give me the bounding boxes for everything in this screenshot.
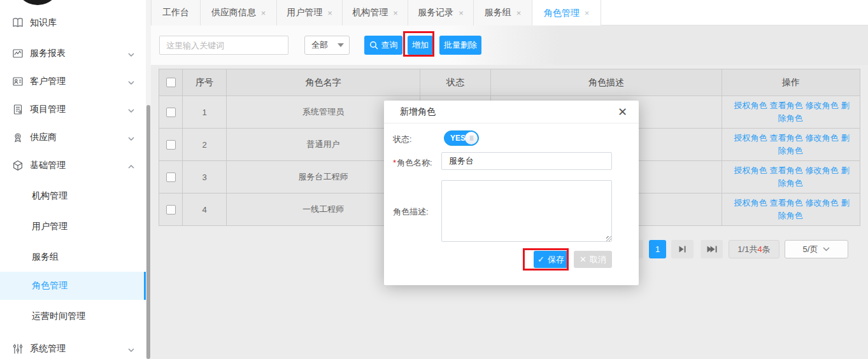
tab-org-mgmt[interactable]: 机构管理 ×	[343, 0, 408, 25]
save-button-label: 保存	[548, 254, 564, 265]
select-all-checkbox[interactable]	[166, 78, 176, 87]
edit-role-link[interactable]: 修改角色	[806, 101, 839, 110]
view-role-link[interactable]: 查看角色	[770, 198, 803, 208]
cancel-x-icon: ✕	[580, 255, 587, 264]
required-mark: *	[393, 158, 396, 167]
query-button[interactable]: 查询	[364, 36, 402, 55]
edit-role-link[interactable]: 修改角色	[806, 198, 839, 208]
sidebar-item-user-mgmt[interactable]: 用户管理	[0, 213, 146, 241]
status-toggle[interactable]: YES	[444, 130, 479, 146]
sidebar-scrollbar[interactable]	[146, 0, 151, 359]
sidebar-item-label: 供应商	[30, 132, 128, 143]
close-icon[interactable]: ×	[327, 8, 332, 18]
scrollbar-thumb[interactable]	[146, 105, 150, 359]
cell-no: 2	[183, 129, 227, 161]
tab-label: 机构管理	[352, 7, 388, 18]
sidebar-item-customer-mgmt[interactable]: 客户管理	[0, 67, 146, 95]
sidebar-item-org-mgmt[interactable]: 机构管理	[0, 182, 146, 210]
chart-icon	[12, 48, 24, 59]
close-icon[interactable]: ×	[516, 8, 522, 18]
sidebar-item-service-group[interactable]: 服务组	[0, 243, 146, 271]
tab-service-records[interactable]: 服务记录 ×	[408, 0, 474, 25]
add-button[interactable]: 增加	[408, 36, 433, 55]
page-counter: 1/1共4条	[729, 240, 779, 258]
sidebar-item-operation-time-mgmt[interactable]: 运营时间管理	[0, 302, 146, 330]
cube-icon	[12, 160, 24, 171]
tab-bar: 工作台 供应商信息 × 用户管理 × 机构管理 × 服务记录 × 服务组 ×	[151, 0, 868, 25]
tab-label: 角色管理	[544, 8, 580, 19]
dialog-close-icon[interactable]: ✕	[618, 106, 627, 118]
sidebar: 知识库 服务报表 客户管理 项目管理	[0, 0, 146, 359]
logo	[15, 0, 60, 5]
toggle-on-label: YES	[450, 134, 466, 143]
cancel-button[interactable]: ✕ 取消	[574, 251, 612, 268]
dialog-title: 新增角色	[400, 106, 436, 118]
cancel-button-label: 取消	[590, 254, 606, 265]
view-role-link[interactable]: 查看角色	[770, 133, 803, 143]
role-name-input[interactable]	[441, 152, 612, 170]
sidebar-item-label: 项目管理	[30, 104, 128, 115]
tab-service-group[interactable]: 服务组 ×	[474, 0, 532, 25]
tab-label: 服务记录	[418, 7, 453, 18]
sidebar-item-system-mgmt[interactable]: 系统管理	[0, 335, 146, 359]
tab-workbench[interactable]: 工作台	[151, 0, 201, 25]
sidebar-item-supplier[interactable]: 供应商	[0, 123, 146, 151]
filter-select[interactable]: 全部	[304, 36, 350, 55]
cell-actions: 授权角色查看角色修改角色删除角色	[722, 194, 860, 226]
row-checkbox[interactable]	[166, 140, 176, 150]
sidebar-item-role-mgmt[interactable]: 角色管理	[0, 272, 146, 300]
authorize-role-link[interactable]: 授权角色	[734, 101, 767, 110]
chevron-up-icon	[128, 160, 134, 171]
tab-supplier-info[interactable]: 供应商信息 ×	[201, 0, 277, 25]
close-icon[interactable]: ×	[393, 8, 398, 18]
row-checkbox[interactable]	[166, 108, 176, 117]
sidebar-item-project-mgmt[interactable]: 项目管理	[0, 95, 146, 123]
view-role-link[interactable]: 查看角色	[770, 101, 803, 110]
chevron-down-icon	[128, 76, 134, 87]
counter-suffix: 条	[762, 244, 771, 255]
row-checkbox[interactable]	[166, 172, 176, 182]
tab-user-mgmt[interactable]: 用户管理 ×	[277, 0, 343, 25]
chevron-down-icon	[128, 104, 134, 115]
authorize-role-link[interactable]: 授权角色	[734, 133, 767, 143]
role-desc-textarea[interactable]	[441, 180, 612, 242]
chevron-down-icon	[128, 344, 134, 354]
counter-prefix: 1/1共	[737, 244, 757, 255]
next-page-button[interactable]	[671, 240, 694, 258]
save-button[interactable]: ✓ 保存	[534, 251, 568, 268]
id-card-icon	[12, 76, 24, 87]
cell-no: 4	[183, 194, 227, 226]
tab-role-mgmt[interactable]: 角色管理 ×	[532, 0, 601, 26]
authorize-role-link[interactable]: 授权角色	[734, 165, 767, 175]
col-header-role-name: 角色名字	[227, 69, 420, 96]
sidebar-item-basic-mgmt[interactable]: 基础管理	[0, 151, 146, 179]
close-icon[interactable]: ×	[585, 8, 590, 18]
status-label: 状态:	[393, 134, 412, 145]
sliders-icon	[12, 343, 24, 355]
role-desc-label: 角色描述:	[393, 206, 429, 218]
row-checkbox[interactable]	[166, 205, 176, 215]
tab-label: 工作台	[162, 7, 189, 18]
last-page-button[interactable]	[701, 240, 723, 258]
sidebar-item-service-reports[interactable]: 服务报表	[0, 39, 146, 67]
tab-label: 服务组	[485, 7, 511, 18]
search-input[interactable]	[159, 36, 288, 55]
sidebar-item-label: 角色管理	[32, 280, 132, 292]
batch-delete-button[interactable]: 批量删除	[439, 36, 481, 55]
chevron-down-icon	[128, 132, 134, 143]
sidebar-item-knowledge-base[interactable]: 知识库	[0, 9, 146, 37]
table-header-row: 序号 角色名字 状态 角色描述 操作	[159, 69, 860, 96]
add-role-dialog: 新增角色 ✕ 状态: YES *角色名称: 角色描述: ✓ 保存 ✕ 取消	[384, 101, 639, 285]
close-icon[interactable]: ×	[459, 8, 464, 18]
query-button-label: 查询	[381, 39, 398, 51]
next-page-icon	[679, 246, 686, 253]
authorize-role-link[interactable]: 授权角色	[734, 198, 767, 208]
view-role-link[interactable]: 查看角色	[770, 165, 803, 175]
page-number-button[interactable]: 1	[649, 240, 666, 258]
edit-role-link[interactable]: 修改角色	[806, 133, 839, 143]
edit-role-link[interactable]: 修改角色	[806, 165, 839, 175]
sidebar-item-label: 服务报表	[30, 48, 128, 59]
close-icon[interactable]: ×	[261, 8, 266, 18]
page-size-select[interactable]: 5/页	[785, 240, 848, 258]
search-icon	[369, 41, 378, 50]
